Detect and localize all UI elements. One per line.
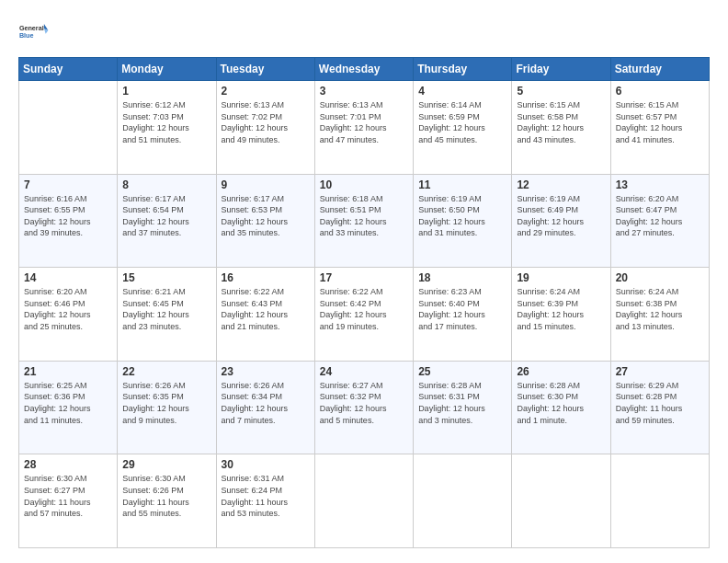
day-number: 12	[517, 178, 605, 191]
day-number: 30	[222, 458, 310, 471]
table-row: 25Sunrise: 6:28 AM Sunset: 6:31 PM Dayli…	[414, 361, 512, 454]
day-number: 14	[24, 271, 112, 284]
day-number: 20	[616, 271, 704, 284]
table-row: 6Sunrise: 6:15 AM Sunset: 6:57 PM Daylig…	[610, 81, 709, 175]
day-number: 7	[24, 178, 112, 191]
table-row: 18Sunrise: 6:23 AM Sunset: 6:40 PM Dayli…	[414, 268, 512, 362]
table-row: 16Sunrise: 6:22 AM Sunset: 6:43 PM Dayli…	[216, 268, 314, 362]
col-friday: Friday	[512, 58, 610, 81]
table-row: 1Sunrise: 6:12 AM Sunset: 7:03 PM Daylig…	[118, 81, 216, 175]
day-number: 8	[122, 178, 210, 191]
table-row: 7Sunrise: 6:16 AM Sunset: 6:55 PM Daylig…	[19, 174, 118, 268]
day-info: Sunrise: 6:24 AM Sunset: 6:38 PM Dayligh…	[616, 286, 704, 332]
day-number: 13	[616, 178, 704, 191]
table-row: 23Sunrise: 6:26 AM Sunset: 6:34 PM Dayli…	[216, 361, 314, 454]
day-info: Sunrise: 6:18 AM Sunset: 6:51 PM Dayligh…	[320, 193, 408, 239]
calendar-week-row: 7Sunrise: 6:16 AM Sunset: 6:55 PM Daylig…	[19, 174, 710, 268]
table-row: 9Sunrise: 6:17 AM Sunset: 6:53 PM Daylig…	[216, 174, 314, 268]
day-info: Sunrise: 6:15 AM Sunset: 6:57 PM Dayligh…	[616, 99, 704, 145]
day-number: 16	[222, 271, 310, 284]
day-number: 9	[222, 178, 310, 191]
logo: GeneralBlue	[18, 15, 51, 48]
day-number: 3	[320, 85, 408, 98]
calendar-week-row: 28Sunrise: 6:30 AM Sunset: 6:27 PM Dayli…	[19, 454, 710, 548]
day-info: Sunrise: 6:16 AM Sunset: 6:55 PM Dayligh…	[24, 193, 112, 239]
svg-text:Blue: Blue	[19, 31, 34, 40]
calendar-header-row: Sunday Monday Tuesday Wednesday Thursday…	[19, 58, 710, 81]
calendar-table: Sunday Monday Tuesday Wednesday Thursday…	[18, 57, 710, 548]
day-info: Sunrise: 6:22 AM Sunset: 6:42 PM Dayligh…	[320, 286, 408, 332]
day-number: 21	[24, 365, 112, 378]
table-row: 24Sunrise: 6:27 AM Sunset: 6:32 PM Dayli…	[314, 361, 413, 454]
day-info: Sunrise: 6:30 AM Sunset: 6:26 PM Dayligh…	[122, 473, 210, 519]
page: GeneralBlue Sunday Monday Tuesday Wednes…	[0, 0, 728, 563]
table-row	[414, 454, 512, 548]
table-row: 22Sunrise: 6:26 AM Sunset: 6:35 PM Dayli…	[118, 361, 216, 454]
day-info: Sunrise: 6:26 AM Sunset: 6:35 PM Dayligh…	[122, 380, 210, 426]
table-row: 3Sunrise: 6:13 AM Sunset: 7:01 PM Daylig…	[314, 81, 413, 175]
table-row	[314, 454, 413, 548]
day-info: Sunrise: 6:27 AM Sunset: 6:32 PM Dayligh…	[320, 380, 408, 426]
col-thursday: Thursday	[414, 58, 512, 81]
col-wednesday: Wednesday	[314, 58, 413, 81]
table-row: 17Sunrise: 6:22 AM Sunset: 6:42 PM Dayli…	[314, 268, 413, 362]
day-number: 24	[320, 365, 408, 378]
table-row: 2Sunrise: 6:13 AM Sunset: 7:02 PM Daylig…	[216, 81, 314, 175]
col-sunday: Sunday	[19, 58, 118, 81]
day-info: Sunrise: 6:13 AM Sunset: 7:02 PM Dayligh…	[222, 99, 310, 145]
day-number: 6	[616, 85, 704, 98]
day-info: Sunrise: 6:20 AM Sunset: 6:46 PM Dayligh…	[24, 286, 112, 332]
day-number: 4	[418, 85, 506, 98]
day-info: Sunrise: 6:17 AM Sunset: 6:54 PM Dayligh…	[122, 193, 210, 239]
col-tuesday: Tuesday	[216, 58, 314, 81]
table-row: 26Sunrise: 6:28 AM Sunset: 6:30 PM Dayli…	[512, 361, 610, 454]
day-number: 1	[122, 85, 210, 98]
table-row: 13Sunrise: 6:20 AM Sunset: 6:47 PM Dayli…	[610, 174, 709, 268]
table-row: 28Sunrise: 6:30 AM Sunset: 6:27 PM Dayli…	[19, 454, 118, 548]
day-number: 29	[122, 458, 210, 471]
day-info: Sunrise: 6:29 AM Sunset: 6:28 PM Dayligh…	[616, 380, 704, 426]
col-saturday: Saturday	[610, 58, 709, 81]
day-number: 25	[418, 365, 506, 378]
table-row	[610, 454, 709, 548]
table-row	[19, 81, 118, 175]
table-row	[512, 454, 610, 548]
day-info: Sunrise: 6:22 AM Sunset: 6:43 PM Dayligh…	[222, 286, 310, 332]
day-info: Sunrise: 6:26 AM Sunset: 6:34 PM Dayligh…	[222, 380, 310, 426]
day-info: Sunrise: 6:12 AM Sunset: 7:03 PM Dayligh…	[122, 99, 210, 145]
day-info: Sunrise: 6:17 AM Sunset: 6:53 PM Dayligh…	[222, 193, 310, 239]
calendar-week-row: 14Sunrise: 6:20 AM Sunset: 6:46 PM Dayli…	[19, 268, 710, 362]
calendar-week-row: 21Sunrise: 6:25 AM Sunset: 6:36 PM Dayli…	[19, 361, 710, 454]
table-row: 12Sunrise: 6:19 AM Sunset: 6:49 PM Dayli…	[512, 174, 610, 268]
day-info: Sunrise: 6:21 AM Sunset: 6:45 PM Dayligh…	[122, 286, 210, 332]
table-row: 30Sunrise: 6:31 AM Sunset: 6:24 PM Dayli…	[216, 454, 314, 548]
day-info: Sunrise: 6:24 AM Sunset: 6:39 PM Dayligh…	[517, 286, 605, 332]
table-row: 4Sunrise: 6:14 AM Sunset: 6:59 PM Daylig…	[414, 81, 512, 175]
table-row: 20Sunrise: 6:24 AM Sunset: 6:38 PM Dayli…	[610, 268, 709, 362]
table-row: 29Sunrise: 6:30 AM Sunset: 6:26 PM Dayli…	[118, 454, 216, 548]
calendar-week-row: 1Sunrise: 6:12 AM Sunset: 7:03 PM Daylig…	[19, 81, 710, 175]
day-number: 18	[418, 271, 506, 284]
day-number: 10	[320, 178, 408, 191]
day-number: 5	[517, 85, 605, 98]
day-number: 28	[24, 458, 112, 471]
svg-text:General: General	[19, 24, 44, 32]
day-info: Sunrise: 6:19 AM Sunset: 6:50 PM Dayligh…	[418, 193, 506, 239]
day-info: Sunrise: 6:31 AM Sunset: 6:24 PM Dayligh…	[222, 473, 310, 519]
day-info: Sunrise: 6:15 AM Sunset: 6:58 PM Dayligh…	[517, 99, 605, 145]
table-row: 15Sunrise: 6:21 AM Sunset: 6:45 PM Dayli…	[118, 268, 216, 362]
day-number: 26	[517, 365, 605, 378]
day-info: Sunrise: 6:28 AM Sunset: 6:31 PM Dayligh…	[418, 380, 506, 426]
header: GeneralBlue	[18, 15, 710, 48]
day-info: Sunrise: 6:19 AM Sunset: 6:49 PM Dayligh…	[517, 193, 605, 239]
day-number: 17	[320, 271, 408, 284]
col-monday: Monday	[118, 58, 216, 81]
day-info: Sunrise: 6:28 AM Sunset: 6:30 PM Dayligh…	[517, 380, 605, 426]
day-number: 19	[517, 271, 605, 284]
table-row: 5Sunrise: 6:15 AM Sunset: 6:58 PM Daylig…	[512, 81, 610, 175]
day-info: Sunrise: 6:14 AM Sunset: 6:59 PM Dayligh…	[418, 99, 506, 145]
table-row: 21Sunrise: 6:25 AM Sunset: 6:36 PM Dayli…	[19, 361, 118, 454]
day-info: Sunrise: 6:23 AM Sunset: 6:40 PM Dayligh…	[418, 286, 506, 332]
day-info: Sunrise: 6:13 AM Sunset: 7:01 PM Dayligh…	[320, 99, 408, 145]
day-number: 11	[418, 178, 506, 191]
